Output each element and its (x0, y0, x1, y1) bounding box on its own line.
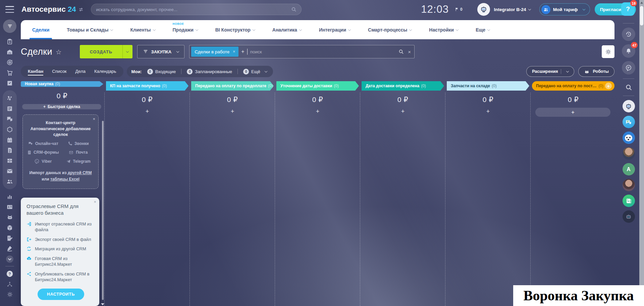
list-item[interactable]: Опубликовать свою CRM в Битрикс24.Маркет (26, 271, 95, 283)
sidebar-item-stock[interactable] (6, 222, 13, 233)
sidebar-item-messenger[interactable] (6, 114, 13, 124)
sidebar-item-mail[interactable] (6, 166, 13, 176)
funnel-filter-button[interactable]: ЗАКУПКА (137, 45, 185, 58)
logo[interactable]: Автосервис 24 (21, 5, 84, 14)
tariff-button[interactable]: Мой тариф (539, 3, 590, 15)
page-scrollbar[interactable] (639, 0, 644, 306)
sidebar-item-funnel[interactable] (3, 19, 16, 33)
sidebar-item-drive[interactable] (6, 155, 13, 166)
channel-mail[interactable]: Почта (68, 150, 88, 155)
tab-calendar[interactable]: Календарь (90, 66, 121, 77)
add-filter-plus[interactable]: + (241, 49, 244, 55)
favorite-star-icon[interactable]: ☆ (56, 48, 62, 56)
scroll-up-arrow[interactable] (640, 2, 643, 4)
nav-item-bi[interactable]: BI Конструктор (215, 20, 255, 39)
filter-chip[interactable]: Сделки в работе × (191, 47, 238, 57)
other-crm-link[interactable]: другой CRM (68, 170, 92, 175)
add-deal-button[interactable]: + (535, 108, 610, 117)
avatar-woman[interactable] (623, 179, 635, 191)
chip-close-icon[interactable]: × (233, 49, 235, 54)
sidebar-item-crm[interactable] (6, 93, 13, 103)
scrollbar-thumb[interactable] (640, 6, 643, 26)
menu-hamburger-icon[interactable] (5, 6, 14, 13)
messenger-button[interactable] (622, 61, 635, 74)
user-avatar[interactable] (477, 3, 490, 16)
clear-search-icon[interactable]: × (408, 49, 411, 55)
quick-deal-button[interactable]: + Быстрая сделка (22, 104, 101, 109)
tab-kanban[interactable]: Канбан (23, 66, 48, 77)
avatar-letter[interactable]: A (623, 163, 635, 175)
list-item[interactable]: Миграция из другой CRM (26, 246, 95, 252)
sidebar-item-tasks[interactable] (6, 36, 13, 47)
list-item[interactable]: Готовая CRM из Битрикс24.Маркет (26, 256, 95, 267)
avatar-dog[interactable] (623, 132, 635, 144)
counter-more[interactable]: 0 Ещё (242, 69, 268, 74)
global-search-input[interactable]: искать сотрудника, документ, прочее... (91, 4, 302, 15)
deals-search-field[interactable]: Сделки в работе × + поиск × (189, 45, 415, 58)
sidebar-item-calendar[interactable] (6, 135, 13, 145)
sidebar-item-marketplace[interactable] (6, 124, 13, 135)
tab-list[interactable]: Список (48, 66, 71, 77)
column-header[interactable]: Передано на оплату по постоплате (0) + (532, 81, 614, 91)
add-deal-button[interactable]: + (106, 108, 189, 115)
excel-link[interactable]: таблицы Excel (50, 177, 79, 182)
close-icon[interactable]: × (93, 116, 95, 121)
sidebar-item-shop[interactable] (6, 67, 13, 78)
avatar-livechat[interactable] (623, 116, 635, 128)
list-item[interactable]: Экспорт своей CRM в файл (26, 237, 95, 243)
sidebar-item-automation[interactable] (7, 279, 13, 289)
avatar-news[interactable] (623, 195, 635, 207)
nav-item-products[interactable]: Товары и Склады (67, 20, 113, 39)
column-scrollbar[interactable] (102, 121, 104, 300)
nav-item-analytics[interactable]: Аналитика (272, 20, 302, 39)
sidebar-item-settings[interactable] (7, 289, 13, 300)
avatar-robot[interactable] (623, 100, 635, 112)
avatar-man[interactable] (623, 147, 635, 160)
column-header[interactable]: Дата доставки определена (0) (362, 81, 444, 91)
channel-telegram[interactable]: Telegram (66, 159, 91, 164)
add-deal-button[interactable]: + (191, 108, 274, 115)
channel-viber[interactable]: Viber (34, 159, 52, 164)
sidebar-item-help[interactable]: ? (6, 268, 13, 279)
nav-item-more[interactable]: Еще (476, 20, 490, 39)
switch-portal-icon[interactable] (78, 7, 84, 12)
column-header[interactable]: Новая закупка (0) (21, 81, 103, 87)
sidebar-item-copilot[interactable] (6, 212, 13, 222)
sidebar-item-employees[interactable] (6, 176, 13, 187)
nav-item-sales[interactable]: НОВОЕПродажи (173, 20, 198, 39)
nav-item-smart-processes[interactable]: Смарт-процессы (368, 20, 412, 39)
robots-button[interactable]: Роботы (578, 66, 614, 77)
search-icon[interactable] (291, 7, 297, 12)
close-icon[interactable]: × (94, 199, 96, 204)
channel-crm-forms[interactable]: CRM-формы (27, 150, 59, 155)
sidebar-item-documents[interactable] (6, 145, 13, 155)
nav-item-settings[interactable]: Настройки (429, 20, 458, 39)
help-button[interactable]: ? 18 (621, 2, 635, 16)
scroll-down-arrow[interactable] (101, 303, 104, 305)
sidebar-item-warehouse[interactable] (6, 47, 13, 57)
view-settings-button[interactable] (602, 45, 614, 58)
add-stage-icon[interactable]: + (605, 83, 612, 89)
time-flag[interactable]: 0 (455, 7, 463, 12)
history-button[interactable] (622, 28, 635, 41)
column-header[interactable]: Передано на оплату по предоплате (0) (191, 81, 274, 91)
nav-item-clients[interactable]: Клиенты (130, 20, 155, 39)
channel-calls[interactable]: Звонки (67, 141, 89, 146)
nav-item-integrations[interactable]: Интеграции (319, 20, 351, 39)
channel-online-chat[interactable]: Онлайн-чат (28, 141, 58, 146)
sidebar-item-checklist[interactable] (6, 78, 13, 88)
list-item[interactable]: Импорт отраслевой CRM из файла (26, 221, 95, 233)
create-button[interactable]: СОЗДАТЬ (80, 45, 132, 58)
create-dropdown[interactable] (122, 45, 132, 58)
counter-incoming[interactable]: 0 Входящие (146, 69, 177, 74)
avatar-dark-robot[interactable] (623, 210, 635, 223)
notifications-button[interactable]: 47 (622, 44, 635, 58)
tab-activities[interactable]: Дела (71, 66, 90, 77)
counter-planned[interactable]: 0 Запланированные (185, 69, 233, 74)
sidebar-item-goals[interactable] (6, 57, 13, 67)
user-name[interactable]: Integrator B-24 (494, 7, 531, 12)
add-deal-button[interactable]: + (362, 108, 444, 115)
clock[interactable]: 12:03 (421, 3, 449, 15)
column-header[interactable]: Запчасти на складе (0) (447, 81, 529, 91)
sidebar-collapse[interactable] (5, 254, 14, 264)
